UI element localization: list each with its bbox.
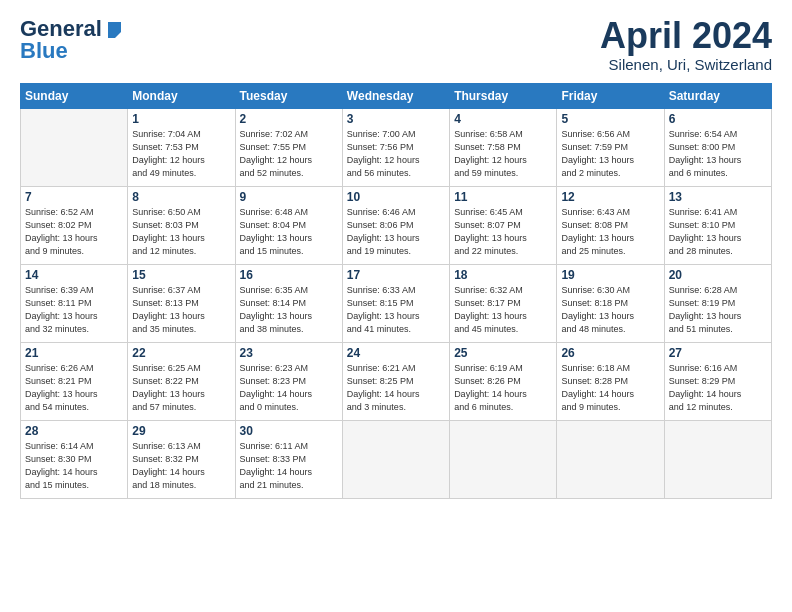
calendar-cell: 10Sunrise: 6:46 AM Sunset: 8:06 PM Dayli… bbox=[342, 186, 449, 264]
day-number: 27 bbox=[669, 346, 767, 360]
day-detail: Sunrise: 6:41 AM Sunset: 8:10 PM Dayligh… bbox=[669, 206, 767, 258]
day-detail: Sunrise: 6:11 AM Sunset: 8:33 PM Dayligh… bbox=[240, 440, 338, 492]
calendar-cell bbox=[450, 420, 557, 498]
day-detail: Sunrise: 7:00 AM Sunset: 7:56 PM Dayligh… bbox=[347, 128, 445, 180]
day-number: 13 bbox=[669, 190, 767, 204]
day-number: 11 bbox=[454, 190, 552, 204]
day-detail: Sunrise: 6:16 AM Sunset: 8:29 PM Dayligh… bbox=[669, 362, 767, 414]
day-detail: Sunrise: 6:45 AM Sunset: 8:07 PM Dayligh… bbox=[454, 206, 552, 258]
day-number: 15 bbox=[132, 268, 230, 282]
calendar-week-row-5: 28Sunrise: 6:14 AM Sunset: 8:30 PM Dayli… bbox=[21, 420, 772, 498]
calendar-cell: 20Sunrise: 6:28 AM Sunset: 8:19 PM Dayli… bbox=[664, 264, 771, 342]
header-saturday: Saturday bbox=[664, 83, 771, 108]
calendar-cell: 2Sunrise: 7:02 AM Sunset: 7:55 PM Daylig… bbox=[235, 108, 342, 186]
day-number: 20 bbox=[669, 268, 767, 282]
calendar-cell: 22Sunrise: 6:25 AM Sunset: 8:22 PM Dayli… bbox=[128, 342, 235, 420]
day-number: 3 bbox=[347, 112, 445, 126]
calendar-week-row-2: 7Sunrise: 6:52 AM Sunset: 8:02 PM Daylig… bbox=[21, 186, 772, 264]
calendar-cell: 25Sunrise: 6:19 AM Sunset: 8:26 PM Dayli… bbox=[450, 342, 557, 420]
day-number: 19 bbox=[561, 268, 659, 282]
day-detail: Sunrise: 6:23 AM Sunset: 8:23 PM Dayligh… bbox=[240, 362, 338, 414]
calendar-cell: 16Sunrise: 6:35 AM Sunset: 8:14 PM Dayli… bbox=[235, 264, 342, 342]
calendar-cell: 27Sunrise: 6:16 AM Sunset: 8:29 PM Dayli… bbox=[664, 342, 771, 420]
calendar-cell: 15Sunrise: 6:37 AM Sunset: 8:13 PM Dayli… bbox=[128, 264, 235, 342]
calendar-cell: 1Sunrise: 7:04 AM Sunset: 7:53 PM Daylig… bbox=[128, 108, 235, 186]
day-detail: Sunrise: 6:13 AM Sunset: 8:32 PM Dayligh… bbox=[132, 440, 230, 492]
day-detail: Sunrise: 6:33 AM Sunset: 8:15 PM Dayligh… bbox=[347, 284, 445, 336]
day-detail: Sunrise: 6:28 AM Sunset: 8:19 PM Dayligh… bbox=[669, 284, 767, 336]
header-wednesday: Wednesday bbox=[342, 83, 449, 108]
day-detail: Sunrise: 6:21 AM Sunset: 8:25 PM Dayligh… bbox=[347, 362, 445, 414]
calendar-cell: 14Sunrise: 6:39 AM Sunset: 8:11 PM Dayli… bbox=[21, 264, 128, 342]
calendar-cell: 11Sunrise: 6:45 AM Sunset: 8:07 PM Dayli… bbox=[450, 186, 557, 264]
day-detail: Sunrise: 6:26 AM Sunset: 8:21 PM Dayligh… bbox=[25, 362, 123, 414]
calendar-cell: 19Sunrise: 6:30 AM Sunset: 8:18 PM Dayli… bbox=[557, 264, 664, 342]
header-friday: Friday bbox=[557, 83, 664, 108]
calendar-cell bbox=[21, 108, 128, 186]
svg-marker-0 bbox=[108, 22, 121, 38]
day-number: 14 bbox=[25, 268, 123, 282]
calendar-cell: 7Sunrise: 6:52 AM Sunset: 8:02 PM Daylig… bbox=[21, 186, 128, 264]
calendar-cell: 21Sunrise: 6:26 AM Sunset: 8:21 PM Dayli… bbox=[21, 342, 128, 420]
calendar-cell: 5Sunrise: 6:56 AM Sunset: 7:59 PM Daylig… bbox=[557, 108, 664, 186]
day-detail: Sunrise: 6:54 AM Sunset: 8:00 PM Dayligh… bbox=[669, 128, 767, 180]
day-number: 10 bbox=[347, 190, 445, 204]
day-number: 21 bbox=[25, 346, 123, 360]
day-number: 6 bbox=[669, 112, 767, 126]
day-detail: Sunrise: 6:25 AM Sunset: 8:22 PM Dayligh… bbox=[132, 362, 230, 414]
day-detail: Sunrise: 6:19 AM Sunset: 8:26 PM Dayligh… bbox=[454, 362, 552, 414]
day-number: 8 bbox=[132, 190, 230, 204]
day-number: 23 bbox=[240, 346, 338, 360]
day-number: 12 bbox=[561, 190, 659, 204]
calendar-cell: 28Sunrise: 6:14 AM Sunset: 8:30 PM Dayli… bbox=[21, 420, 128, 498]
calendar-cell: 8Sunrise: 6:50 AM Sunset: 8:03 PM Daylig… bbox=[128, 186, 235, 264]
header: General Blue April 2024 Silenen, Uri, Sw… bbox=[20, 16, 772, 73]
day-number: 24 bbox=[347, 346, 445, 360]
header-tuesday: Tuesday bbox=[235, 83, 342, 108]
weekday-header-row: Sunday Monday Tuesday Wednesday Thursday… bbox=[21, 83, 772, 108]
logo: General Blue bbox=[20, 16, 122, 64]
header-sunday: Sunday bbox=[21, 83, 128, 108]
calendar-cell bbox=[342, 420, 449, 498]
day-number: 5 bbox=[561, 112, 659, 126]
day-detail: Sunrise: 7:02 AM Sunset: 7:55 PM Dayligh… bbox=[240, 128, 338, 180]
day-detail: Sunrise: 6:50 AM Sunset: 8:03 PM Dayligh… bbox=[132, 206, 230, 258]
calendar-cell: 26Sunrise: 6:18 AM Sunset: 8:28 PM Dayli… bbox=[557, 342, 664, 420]
day-detail: Sunrise: 6:37 AM Sunset: 8:13 PM Dayligh… bbox=[132, 284, 230, 336]
calendar-cell: 3Sunrise: 7:00 AM Sunset: 7:56 PM Daylig… bbox=[342, 108, 449, 186]
day-number: 2 bbox=[240, 112, 338, 126]
day-number: 26 bbox=[561, 346, 659, 360]
header-thursday: Thursday bbox=[450, 83, 557, 108]
day-detail: Sunrise: 6:18 AM Sunset: 8:28 PM Dayligh… bbox=[561, 362, 659, 414]
day-number: 18 bbox=[454, 268, 552, 282]
page-container: General Blue April 2024 Silenen, Uri, Sw… bbox=[0, 0, 792, 509]
header-monday: Monday bbox=[128, 83, 235, 108]
day-detail: Sunrise: 6:58 AM Sunset: 7:58 PM Dayligh… bbox=[454, 128, 552, 180]
day-number: 1 bbox=[132, 112, 230, 126]
day-detail: Sunrise: 6:52 AM Sunset: 8:02 PM Dayligh… bbox=[25, 206, 123, 258]
calendar-week-row-4: 21Sunrise: 6:26 AM Sunset: 8:21 PM Dayli… bbox=[21, 342, 772, 420]
calendar-cell: 30Sunrise: 6:11 AM Sunset: 8:33 PM Dayli… bbox=[235, 420, 342, 498]
day-number: 25 bbox=[454, 346, 552, 360]
day-detail: Sunrise: 6:46 AM Sunset: 8:06 PM Dayligh… bbox=[347, 206, 445, 258]
day-number: 9 bbox=[240, 190, 338, 204]
location: Silenen, Uri, Switzerland bbox=[600, 56, 772, 73]
calendar-cell: 12Sunrise: 6:43 AM Sunset: 8:08 PM Dayli… bbox=[557, 186, 664, 264]
calendar-cell: 23Sunrise: 6:23 AM Sunset: 8:23 PM Dayli… bbox=[235, 342, 342, 420]
day-detail: Sunrise: 6:56 AM Sunset: 7:59 PM Dayligh… bbox=[561, 128, 659, 180]
calendar-table: Sunday Monday Tuesday Wednesday Thursday… bbox=[20, 83, 772, 499]
day-number: 29 bbox=[132, 424, 230, 438]
calendar-cell bbox=[664, 420, 771, 498]
calendar-cell: 17Sunrise: 6:33 AM Sunset: 8:15 PM Dayli… bbox=[342, 264, 449, 342]
day-detail: Sunrise: 6:35 AM Sunset: 8:14 PM Dayligh… bbox=[240, 284, 338, 336]
day-number: 4 bbox=[454, 112, 552, 126]
day-number: 30 bbox=[240, 424, 338, 438]
logo-blue: Blue bbox=[20, 38, 68, 64]
day-number: 22 bbox=[132, 346, 230, 360]
calendar-cell: 6Sunrise: 6:54 AM Sunset: 8:00 PM Daylig… bbox=[664, 108, 771, 186]
day-detail: Sunrise: 6:30 AM Sunset: 8:18 PM Dayligh… bbox=[561, 284, 659, 336]
day-detail: Sunrise: 6:39 AM Sunset: 8:11 PM Dayligh… bbox=[25, 284, 123, 336]
day-detail: Sunrise: 6:14 AM Sunset: 8:30 PM Dayligh… bbox=[25, 440, 123, 492]
calendar-week-row-1: 1Sunrise: 7:04 AM Sunset: 7:53 PM Daylig… bbox=[21, 108, 772, 186]
day-number: 28 bbox=[25, 424, 123, 438]
